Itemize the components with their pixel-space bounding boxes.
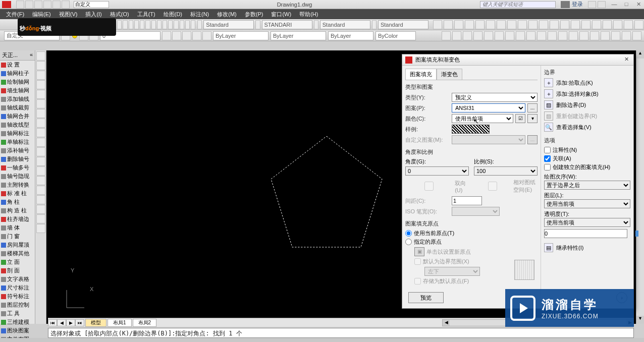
menu-window[interactable]: 窗口(W) (267, 10, 295, 19)
p2-icon[interactable] (452, 31, 461, 40)
text-style-combo[interactable] (203, 20, 254, 29)
l7-icon[interactable] (192, 31, 201, 40)
revcloud-icon[interactable] (36, 176, 45, 185)
menu-draw[interactable]: 绘图(D) (159, 10, 186, 19)
sidebar-item[interactable]: 一轴多号 (0, 163, 35, 172)
zoom-icon[interactable] (174, 20, 178, 29)
app-icon[interactable] (2, 1, 11, 8)
r19-icon[interactable] (624, 20, 633, 29)
p5-icon[interactable] (484, 31, 493, 40)
r9-icon[interactable] (518, 20, 527, 29)
dialog-close-button[interactable]: ✕ (622, 56, 630, 64)
r6-icon[interactable] (486, 20, 495, 29)
save-icon[interactable] (123, 20, 127, 29)
r12-icon[interactable] (550, 20, 559, 29)
minimize-button[interactable]: — (609, 1, 620, 8)
r15-icon[interactable] (581, 20, 591, 29)
sidebar-item[interactable]: 标 准 柱 (0, 189, 35, 198)
sidebar-item[interactable]: 墙生轴网 (0, 86, 35, 95)
sidebar-item[interactable]: 工 具 (0, 309, 35, 318)
qat-redo-icon[interactable] (52, 1, 61, 9)
qat-open-icon[interactable] (25, 1, 33, 9)
l4-icon[interactable] (162, 31, 171, 40)
transp-select[interactable]: 使用当前项 (544, 218, 630, 227)
scale-select[interactable]: 100 (474, 166, 538, 176)
sidebar-item[interactable]: 立 面 (0, 258, 35, 266)
l8-icon[interactable] (202, 31, 211, 40)
select-obj-icon[interactable]: ＋ (544, 89, 553, 98)
sidebar-item[interactable]: 楼梯其他 (0, 249, 35, 258)
sidebar-item[interactable]: 符号标注 (0, 292, 35, 301)
arc-icon[interactable] (36, 80, 45, 89)
ellipse-icon[interactable] (36, 99, 45, 108)
dialog-titlebar[interactable]: 图案填充和渐变色 ✕ (402, 54, 633, 66)
scroll-up-icon[interactable]: ▲ (636, 50, 644, 59)
draworder-select[interactable]: 置于边界之后 (544, 181, 630, 190)
sidebar-item[interactable]: 构 造 柱 (0, 206, 35, 215)
login-button[interactable]: 登录 (561, 1, 583, 8)
tab-layout2[interactable]: 布局2 (133, 319, 157, 327)
sidebar-item[interactable]: 轴网标注 (0, 129, 35, 138)
maximize-button[interactable]: □ (621, 1, 632, 8)
p16-icon[interactable] (601, 31, 610, 40)
pattern-browse-button[interactable]: ... (527, 103, 538, 112)
menu-dim[interactable]: 标注(N) (186, 10, 213, 19)
viewsel-icon[interactable]: 🔍 (544, 123, 553, 132)
sidebar-item[interactable]: 轴号隐现 (0, 172, 35, 181)
ml-style-combo[interactable] (378, 20, 428, 29)
sidebar-item[interactable]: 主附转换 (0, 181, 35, 189)
p6-icon[interactable] (495, 31, 504, 40)
layout-first-button[interactable]: ⏮ (48, 319, 57, 326)
sample-swatch[interactable] (452, 125, 490, 134)
donut-icon[interactable] (36, 186, 45, 195)
exchange-icon[interactable] (588, 1, 596, 8)
r18-icon[interactable] (613, 20, 622, 29)
panel-close-icon[interactable]: « (30, 51, 33, 59)
sidebar-item[interactable]: 单轴标注 (0, 138, 35, 146)
hscroll-left-icon[interactable]: ◀ (443, 320, 450, 326)
qat-print-icon[interactable] (62, 1, 70, 9)
lineweight-combo[interactable] (328, 31, 373, 40)
point-icon[interactable] (36, 128, 45, 137)
sidebar-item[interactable]: 柱齐墙边 (0, 215, 35, 223)
origin-spec-radio[interactable] (405, 239, 412, 245)
rect-icon[interactable] (36, 90, 45, 99)
sidebar-item[interactable]: 剖 面 (0, 266, 35, 275)
menu-help[interactable]: 帮助(H) (295, 10, 322, 19)
pattern-select[interactable]: ANSI31 (452, 103, 525, 112)
remove-bnd-label[interactable]: 删除边界(D) (556, 101, 586, 109)
sidebar-item[interactable]: 轴改线型 (0, 121, 35, 129)
tab-gradient[interactable]: 渐变色 (437, 69, 462, 80)
menu-file[interactable]: 文件(F) (2, 10, 28, 19)
annotative-checkbox[interactable] (544, 147, 551, 153)
menu-tools[interactable]: 工具(T) (133, 10, 159, 19)
separate-checkbox[interactable] (544, 164, 551, 170)
sidebar-item[interactable]: 绘制轴网 (0, 78, 35, 86)
tab-layout1[interactable]: 布局1 (108, 319, 132, 327)
p19-icon[interactable] (632, 31, 641, 40)
circle-icon[interactable] (36, 71, 45, 80)
origin-current-radio[interactable] (405, 230, 412, 237)
color-tool-button[interactable]: ☑ (515, 114, 525, 123)
select-obj-label[interactable]: 添加:选择对象(B) (556, 90, 599, 98)
p14-icon[interactable] (579, 31, 588, 40)
tab-model[interactable]: 模型 (85, 319, 106, 327)
qat-save-icon[interactable] (34, 1, 42, 9)
plot-icon[interactable] (129, 20, 133, 29)
r10-icon[interactable] (528, 20, 538, 29)
p10-icon[interactable] (537, 31, 546, 40)
qat-new-icon[interactable] (16, 1, 24, 9)
sidebar-item[interactable]: 门 窗 (0, 232, 35, 241)
layer-select[interactable]: 使用当前项 (544, 199, 630, 208)
copy-icon[interactable] (140, 20, 144, 29)
r17-icon[interactable] (603, 20, 612, 29)
sidebar-item[interactable]: 文字表格 (0, 275, 35, 283)
p12-icon[interactable] (558, 31, 567, 40)
linetype-combo[interactable] (271, 31, 326, 40)
color-combo[interactable] (213, 31, 269, 40)
undo2-icon[interactable] (157, 20, 162, 29)
menu-param[interactable]: 参数(P) (241, 10, 267, 19)
p18-icon[interactable] (622, 31, 631, 40)
sidebar-item[interactable]: 添补轴号 (0, 146, 35, 155)
sidebar-item[interactable]: 轴网合并 (0, 112, 35, 121)
